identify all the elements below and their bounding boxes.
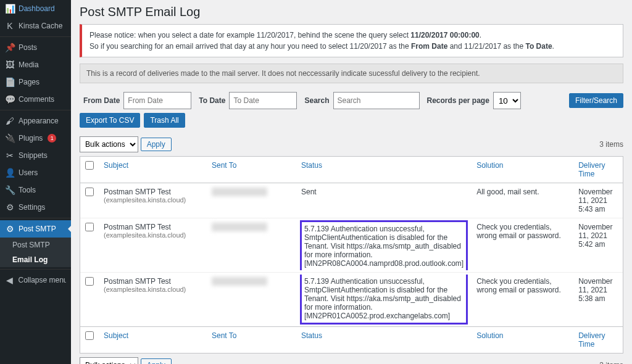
sidebar-item-appearance[interactable]: 🖌Appearance xyxy=(0,112,71,130)
from-date-input[interactable] xyxy=(123,92,191,109)
col-status[interactable]: Status xyxy=(296,157,472,183)
notice-bold: To Date xyxy=(525,42,552,51)
table-row: Postman SMTP Test(examplesitea.kinsta.cl… xyxy=(80,183,623,218)
sidebar-item-dashboard[interactable]: 📊Dashboard xyxy=(0,0,71,17)
col-subject[interactable]: Subject xyxy=(99,326,207,353)
row-delivery-time: November 11, 2021 5:42 am xyxy=(573,218,623,273)
sidebar-item-settings[interactable]: ⚙Settings xyxy=(0,199,71,216)
col-subject[interactable]: Subject xyxy=(99,157,207,183)
col-sentto[interactable]: Sent To xyxy=(207,157,296,183)
col-solution[interactable]: Solution xyxy=(472,326,573,353)
row-status: 5.7.139 Authentication unsuccessful, Smt… xyxy=(296,218,472,273)
sidebar-item-label: Post SMTP xyxy=(19,225,56,233)
to-date-input[interactable] xyxy=(229,92,297,109)
col-delivery-time[interactable]: Delivery Time xyxy=(573,326,623,353)
row-solution: Check you credentials, wrong email or pa… xyxy=(472,218,573,273)
sidebar-item-label: Users xyxy=(19,168,38,177)
notice-box: Please notice: when you select a date fo… xyxy=(80,24,623,57)
row-subject[interactable]: Postman SMTP Test xyxy=(104,277,202,286)
table-row: Postman SMTP Test(examplesitea.kinsta.cl… xyxy=(80,273,623,326)
posts-icon: 📌 xyxy=(5,43,15,52)
sidebar-item-media[interactable]: 🖼Media xyxy=(0,56,71,73)
sidebar-item-label: Pages xyxy=(19,78,40,86)
sidebar-item-snippets[interactable]: ✂Snippets xyxy=(0,147,71,164)
appearance-icon: 🖌 xyxy=(5,116,15,126)
col-status[interactable]: Status xyxy=(296,326,472,353)
post-smtp-icon: ⚙ xyxy=(5,224,15,234)
row-checkbox[interactable] xyxy=(85,223,94,231)
tablenav-top: Bulk actions Apply 3 items xyxy=(80,136,623,152)
sidebar-item-users[interactable]: 👤Users xyxy=(0,164,71,181)
trash-all-button[interactable]: Trash All xyxy=(144,113,185,128)
sidebar-item-label: Plugins xyxy=(19,134,43,143)
info-bar: This is a record of deliveries made to t… xyxy=(80,64,623,83)
export-csv-button[interactable]: Export To CSV xyxy=(80,113,140,128)
row-subject[interactable]: Postman SMTP Test xyxy=(104,223,202,231)
sidebar-item-post-smtp[interactable]: ⚙Post SMTP xyxy=(0,220,71,238)
row-checkbox[interactable] xyxy=(85,188,94,196)
search-label: Search xyxy=(304,96,329,105)
select-all-checkbox[interactable] xyxy=(85,161,94,170)
sidebar-item-label: Snippets xyxy=(19,151,48,160)
sidebar-item-comments[interactable]: 💬Comments xyxy=(0,91,71,108)
row-origin: (examplesitea.kinsta.cloud) xyxy=(104,286,202,293)
row-status: 5.7.139 Authentication unsuccessful, Smt… xyxy=(296,273,472,326)
row-status: Sent xyxy=(296,183,472,218)
snippets-icon: ✂ xyxy=(5,151,15,160)
sidebar-item-label: Comments xyxy=(19,95,54,104)
to-date-label: To Date xyxy=(199,96,225,105)
kinsta-cache-icon: K xyxy=(5,21,15,31)
select-all-checkbox[interactable] xyxy=(85,331,94,340)
notice-bold: 11/20/2017 00:00:00 xyxy=(410,31,479,39)
notice-text: . xyxy=(552,42,554,51)
notice-text: . xyxy=(480,31,481,39)
row-solution: All good, mail sent. xyxy=(472,183,573,218)
row-origin: (examplesitea.kinsta.cloud) xyxy=(104,231,202,239)
tools-icon: 🔧 xyxy=(5,185,15,195)
collapse-icon: ◀ xyxy=(5,275,15,285)
sidebar-item-tools[interactable]: 🔧Tools xyxy=(0,181,71,199)
pages-icon: 📄 xyxy=(5,77,15,87)
collapse-menu[interactable]: ◀Collapse menu xyxy=(0,271,71,289)
users-icon: 👤 xyxy=(5,168,15,178)
comments-icon: 💬 xyxy=(5,94,15,104)
sidebar-item-plugins[interactable]: 🔌Plugins1 xyxy=(0,130,71,147)
submenu-email-log[interactable]: Email Log xyxy=(6,252,71,267)
plugins-icon: 🔌 xyxy=(5,133,15,143)
sidebar-item-label: Posts xyxy=(19,43,37,52)
sidebar-item-label: Appearance xyxy=(19,117,59,125)
sidebar-item-pages[interactable]: 📄Pages xyxy=(0,73,71,91)
col-solution[interactable]: Solution xyxy=(472,157,573,183)
col-checkbox xyxy=(80,326,99,353)
sidebar-item-kinsta-cache[interactable]: KKinsta Cache xyxy=(0,17,71,35)
apply-button[interactable]: Apply xyxy=(141,138,172,151)
media-icon: 🖼 xyxy=(5,60,15,70)
status-highlight: 5.7.139 Authentication unsuccessful, Smt… xyxy=(300,220,468,270)
search-input[interactable] xyxy=(333,92,420,109)
sidebar-item-posts[interactable]: 📌Posts xyxy=(0,39,71,56)
bulk-actions-select[interactable]: Bulk actions xyxy=(80,136,138,152)
submenu-post-smtp[interactable]: Post SMTP xyxy=(6,238,71,252)
bulk-actions-select[interactable]: Bulk actions xyxy=(80,357,138,364)
col-checkbox xyxy=(80,157,99,183)
sidebar-item-label: Media xyxy=(19,60,39,69)
row-subject[interactable]: Postman SMTP Test xyxy=(104,188,202,196)
rpp-select[interactable]: 10 xyxy=(493,92,521,109)
status-highlight: 5.7.139 Authentication unsuccessful, Smt… xyxy=(300,275,468,325)
admin-sidebar: 📊DashboardKKinsta Cache📌Posts🖼Media📄Page… xyxy=(0,0,71,364)
row-checkbox[interactable] xyxy=(85,277,94,286)
col-sentto[interactable]: Sent To xyxy=(207,326,296,353)
apply-button[interactable]: Apply xyxy=(141,358,172,364)
row-sentto-redacted: redacted xyxy=(212,277,267,286)
col-delivery-time[interactable]: Delivery Time xyxy=(573,157,623,183)
sidebar-item-label: Collapse menu xyxy=(19,276,67,284)
sidebar-item-label: Tools xyxy=(19,186,36,194)
rpp-label: Records per page xyxy=(427,96,489,105)
notice-text: Please notice: when you select a date fo… xyxy=(89,31,410,39)
row-origin: (examplesitea.kinsta.cloud) xyxy=(104,196,202,204)
sidebar-item-label: Kinsta Cache xyxy=(19,22,62,30)
notice-text: So if you searching for an email arrived… xyxy=(89,42,411,51)
row-delivery-time: November 11, 2021 5:38 am xyxy=(573,273,623,326)
filter-search-button[interactable]: Filter/Search xyxy=(569,93,623,108)
dashboard-icon: 📊 xyxy=(5,4,15,14)
